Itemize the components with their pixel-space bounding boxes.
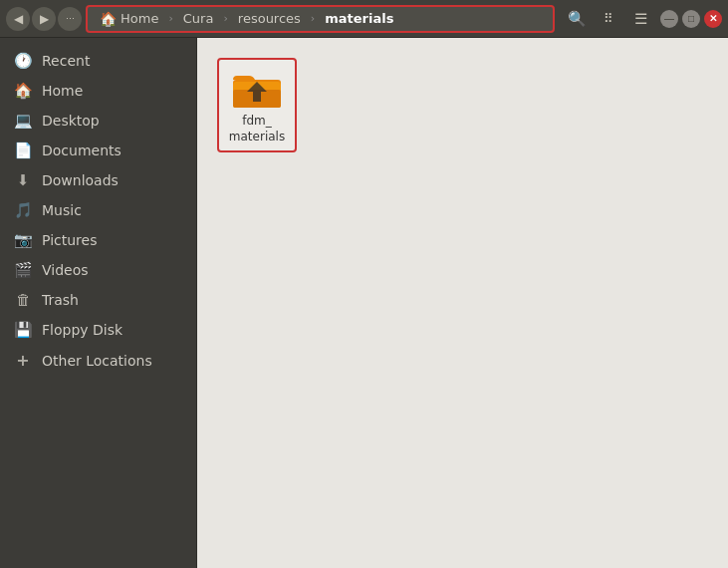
breadcrumb-sep-2: › — [223, 12, 227, 25]
breadcrumb: 🏠 Home › Cura › resources › materials — [86, 5, 555, 33]
sidebar-item-trash[interactable]: 🗑 Trash — [0, 285, 196, 315]
sidebar-label-recent: Recent — [42, 53, 90, 69]
sidebar-item-desktop[interactable]: 💻 Desktop — [0, 106, 196, 136]
breadcrumb-materials[interactable]: materials — [317, 8, 401, 30]
folder-fdm-materials[interactable]: fdm_ materials — [217, 58, 297, 152]
sidebar-item-other-locations[interactable]: + Other Locations — [0, 345, 196, 376]
sidebar-label-pictures: Pictures — [42, 232, 97, 248]
breadcrumb-cura[interactable]: Cura — [175, 8, 222, 30]
documents-icon: 📄 — [14, 142, 32, 159]
sidebar-label-home: Home — [42, 83, 83, 99]
breadcrumb-resources-label: resources — [238, 11, 301, 26]
folder-label: fdm_ materials — [229, 114, 285, 144]
breadcrumb-cura-label: Cura — [183, 11, 214, 26]
breadcrumb-sep-1: › — [168, 12, 172, 25]
sidebar: 🕐 Recent 🏠 Home 💻 Desktop 📄 Documents ⬇ … — [0, 38, 197, 568]
sidebar-label-floppy: Floppy Disk — [42, 322, 122, 338]
sidebar-item-documents[interactable]: 📄 Documents — [0, 136, 196, 165]
pictures-icon: 📷 — [14, 231, 32, 249]
desktop-icon: 💻 — [14, 112, 32, 130]
sidebar-item-pictures[interactable]: 📷 Pictures — [0, 225, 196, 255]
window-controls: — □ ✕ — [660, 10, 722, 28]
sidebar-label-other-locations: Other Locations — [42, 353, 152, 369]
nav-buttons: ◀ ▶ ⋯ — [6, 7, 82, 31]
sidebar-label-documents: Documents — [42, 142, 121, 158]
breadcrumb-home-label: Home — [121, 11, 158, 26]
content-area: fdm_ materials — [197, 38, 728, 568]
toolbar-right: 🔍 ⠿ ☰ — [563, 5, 654, 33]
downloads-icon: ⬇ — [14, 171, 32, 189]
other-locations-icon: + — [14, 351, 32, 370]
sidebar-item-videos[interactable]: 🎬 Videos — [0, 255, 196, 285]
trash-icon: 🗑 — [14, 291, 32, 309]
titlebar: ◀ ▶ ⋯ 🏠 Home › Cura › resources › materi… — [0, 0, 728, 38]
home-icon: 🏠 — [14, 82, 32, 100]
music-icon: 🎵 — [14, 201, 32, 219]
floppy-icon: 💾 — [14, 321, 32, 339]
sidebar-label-downloads: Downloads — [42, 172, 119, 188]
search-button[interactable]: 🔍 — [563, 5, 591, 33]
sidebar-label-videos: Videos — [42, 262, 89, 278]
sidebar-label-music: Music — [42, 202, 82, 218]
sidebar-item-floppy[interactable]: 💾 Floppy Disk — [0, 315, 196, 345]
sidebar-item-home[interactable]: 🏠 Home — [0, 76, 196, 106]
view-options-button[interactable]: ⠿ — [595, 5, 622, 33]
minimize-button[interactable]: — — [660, 10, 678, 28]
breadcrumb-sep-3: › — [311, 12, 315, 25]
folder-icon — [231, 66, 283, 110]
forward-button[interactable]: ▶ — [32, 7, 56, 31]
back-button[interactable]: ◀ — [6, 7, 30, 31]
list-view-button[interactable]: ☰ — [626, 5, 654, 33]
sidebar-item-music[interactable]: 🎵 Music — [0, 195, 196, 225]
sidebar-item-recent[interactable]: 🕐 Recent — [0, 46, 196, 76]
sidebar-label-trash: Trash — [42, 292, 79, 308]
home-icon: 🏠 — [100, 11, 117, 27]
videos-icon: 🎬 — [14, 261, 32, 279]
folder-icon-wrap — [231, 66, 283, 110]
maximize-button[interactable]: □ — [682, 10, 700, 28]
breadcrumb-materials-label: materials — [325, 11, 393, 26]
close-button[interactable]: ✕ — [704, 10, 722, 28]
sidebar-label-desktop: Desktop — [42, 113, 100, 129]
menu-button[interactable]: ⋯ — [58, 7, 82, 31]
recent-icon: 🕐 — [14, 52, 32, 70]
sidebar-item-downloads[interactable]: ⬇ Downloads — [0, 165, 196, 195]
breadcrumb-resources[interactable]: resources — [230, 8, 309, 30]
breadcrumb-home[interactable]: 🏠 Home — [92, 8, 166, 30]
main-layout: 🕐 Recent 🏠 Home 💻 Desktop 📄 Documents ⬇ … — [0, 38, 728, 568]
